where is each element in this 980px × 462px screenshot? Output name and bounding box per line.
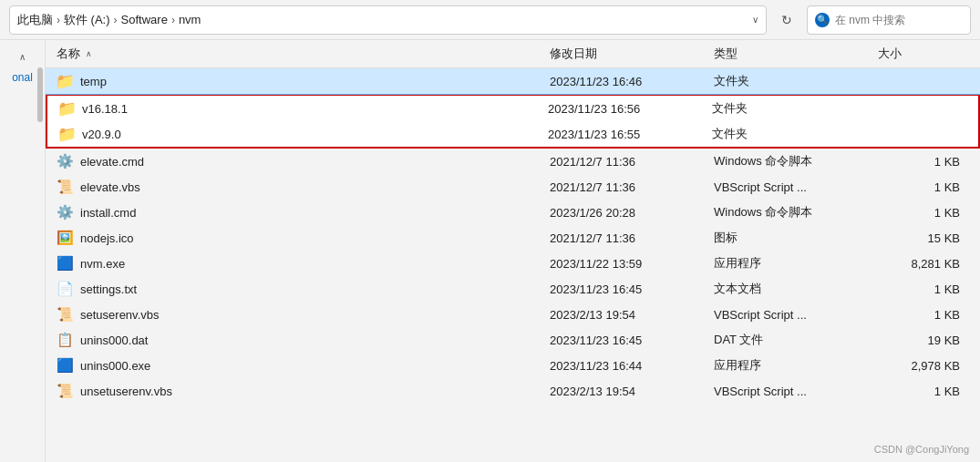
file-type: VBScript Script ... <box>714 308 878 322</box>
table-row[interactable]: 🟦 unins000.exe 2023/11/23 16:44 应用程序 2,9… <box>46 353 980 378</box>
file-icon-folder: 📁 <box>58 100 75 117</box>
search-icon: 🔍 <box>815 13 830 27</box>
file-name: unins000.exe <box>80 359 150 373</box>
file-name-cell: 🟦 nvm.exe <box>57 255 550 272</box>
file-type: 应用程序 <box>714 255 878 272</box>
file-icon-dat: 📋 <box>57 332 73 348</box>
file-name: v16.18.1 <box>82 102 128 116</box>
file-icon-vbs: 📜 <box>57 179 73 195</box>
file-date: 2023/1/26 20:28 <box>550 206 714 220</box>
file-name-cell: 📁 v20.9.0 <box>58 126 548 142</box>
file-name-cell: 🟦 unins000.exe <box>57 357 550 374</box>
file-name-cell: 📄 settings.txt <box>57 281 550 297</box>
file-size: 1 KB <box>878 308 969 322</box>
file-name: elevate.vbs <box>80 180 140 194</box>
file-date: 2021/12/7 11:36 <box>550 155 714 169</box>
file-date: 2023/11/22 13:59 <box>550 257 714 271</box>
file-icon-cmd: ⚙️ <box>57 204 73 221</box>
table-row[interactable]: 📁 v20.9.0 2023/11/23 16:55 文件夹 <box>47 121 978 147</box>
file-size: 1 KB <box>878 180 969 194</box>
file-name-cell: ⚙️ install.cmd <box>57 204 550 221</box>
col-header-type[interactable]: 类型 <box>714 46 878 62</box>
file-size: 19 KB <box>878 334 969 347</box>
file-type: Windows 命令脚本 <box>714 204 878 221</box>
table-row[interactable]: 📁 temp 2023/11/23 16:46 文件夹 <box>46 68 980 94</box>
sidebar: ∧ onal <box>0 40 46 462</box>
file-icon-exe: 🟦 <box>57 255 73 272</box>
col-header-size[interactable]: 大小 <box>878 46 969 62</box>
file-name: elevate.cmd <box>80 155 144 169</box>
file-name: setuserenv.vbs <box>80 308 159 322</box>
file-type: 图标 <box>714 230 878 246</box>
file-icon-cmd: ⚙️ <box>57 153 73 169</box>
col-header-name[interactable]: 名称 ∧ <box>57 46 550 62</box>
table-row[interactable]: ⚙️ elevate.cmd 2021/12/7 11:36 Windows 命… <box>46 149 980 174</box>
file-name-cell: 🖼️ nodejs.ico <box>57 230 550 246</box>
file-size: 15 KB <box>878 231 969 245</box>
file-type: 文本文档 <box>714 281 878 297</box>
breadcrumb-drive[interactable]: 软件 (A:) <box>64 12 110 28</box>
col-header-modified[interactable]: 修改日期 <box>550 46 714 62</box>
file-name-cell: 📁 temp <box>57 73 550 89</box>
sep-2: › <box>114 14 118 26</box>
file-name: unsetuserenv.vbs <box>80 385 172 398</box>
table-row[interactable]: 📜 unsetuserenv.vbs 2023/2/13 19:54 VBScr… <box>46 378 980 404</box>
file-size: 1 KB <box>878 282 969 296</box>
file-size: 2,978 KB <box>878 359 969 373</box>
breadcrumb-nvm[interactable]: nvm <box>179 13 201 26</box>
file-date: 2023/2/13 19:54 <box>550 308 714 322</box>
sep-3: › <box>171 14 175 26</box>
file-name: v20.9.0 <box>82 128 121 141</box>
file-size: 1 KB <box>878 385 969 398</box>
search-box[interactable]: 🔍 <box>807 5 971 35</box>
breadcrumb-pc[interactable]: 此电脑 <box>17 12 53 28</box>
file-type: Windows 命令脚本 <box>714 153 878 169</box>
table-row[interactable]: 📜 elevate.vbs 2021/12/7 11:36 VBScript S… <box>46 174 980 200</box>
file-type: DAT 文件 <box>714 332 878 348</box>
table-row[interactable]: 🖼️ nodejs.ico 2021/12/7 11:36 图标 15 KB <box>46 225 980 251</box>
scroll-up-icon[interactable]: ∧ <box>0 47 45 66</box>
file-name: settings.txt <box>80 282 137 296</box>
file-date: 2023/11/23 16:45 <box>550 334 714 347</box>
file-icon-vbs: 📜 <box>57 383 73 399</box>
table-row[interactable]: 📜 setuserenv.vbs 2023/2/13 19:54 VBScrip… <box>46 302 980 327</box>
file-name: nodejs.ico <box>80 231 134 245</box>
file-type: VBScript Script ... <box>714 180 878 194</box>
file-date: 2023/11/23 16:44 <box>550 359 714 373</box>
table-row[interactable]: ⚙️ install.cmd 2023/1/26 20:28 Windows 命… <box>46 200 980 225</box>
breadcrumb[interactable]: 此电脑 › 软件 (A:) › Software › nvm ∨ <box>9 5 767 35</box>
file-name-cell: 📁 v16.18.1 <box>58 100 548 117</box>
table-row[interactable]: 📋 unins000.dat 2023/11/23 16:45 DAT 文件 1… <box>46 327 980 353</box>
file-list: 📁 temp 2023/11/23 16:46 文件夹 📁 v16.18.1 2… <box>46 68 980 462</box>
chevron-down-icon[interactable]: ∨ <box>752 15 758 25</box>
file-type: 文件夹 <box>714 73 878 89</box>
file-type: 文件夹 <box>712 100 876 117</box>
file-date: 2023/11/23 16:46 <box>550 75 714 88</box>
address-bar: 此电脑 › 软件 (A:) › Software › nvm ∨ ↻ 🔍 <box>0 0 980 40</box>
file-size: 1 KB <box>878 206 969 220</box>
file-name: unins000.dat <box>80 334 148 347</box>
sidebar-scrollbar[interactable] <box>37 67 43 122</box>
file-icon-ico: 🖼️ <box>57 230 73 246</box>
file-icon-folder: 📁 <box>57 73 73 89</box>
refresh-button[interactable]: ↻ <box>774 7 799 33</box>
file-date: 2023/11/23 16:55 <box>548 128 712 141</box>
red-border-group: 📁 v16.18.1 2023/11/23 16:56 文件夹 📁 v20.9.… <box>46 94 980 149</box>
breadcrumb-software[interactable]: Software <box>121 13 168 26</box>
file-icon-exe: 🟦 <box>57 357 73 374</box>
file-type: 文件夹 <box>712 126 876 142</box>
table-row[interactable]: 📄 settings.txt 2023/11/23 16:45 文本文档 1 K… <box>46 276 980 302</box>
file-icon-txt: 📄 <box>57 281 73 297</box>
search-input[interactable] <box>835 14 944 26</box>
file-name-cell: 📜 elevate.vbs <box>57 179 550 195</box>
file-name-cell: 📋 unins000.dat <box>57 332 550 348</box>
file-date: 2023/2/13 19:54 <box>550 385 714 398</box>
file-name: nvm.exe <box>80 257 125 271</box>
table-row[interactable]: 📁 v16.18.1 2023/11/23 16:56 文件夹 <box>47 96 978 121</box>
file-name: install.cmd <box>80 206 136 220</box>
table-row[interactable]: 🟦 nvm.exe 2023/11/22 13:59 应用程序 8,281 KB <box>46 251 980 276</box>
file-icon-vbs: 📜 <box>57 306 73 323</box>
column-headers: 名称 ∧ 修改日期 类型 大小 <box>46 40 980 68</box>
sort-arrow-icon: ∧ <box>86 49 92 58</box>
file-size: 8,281 KB <box>878 257 969 271</box>
